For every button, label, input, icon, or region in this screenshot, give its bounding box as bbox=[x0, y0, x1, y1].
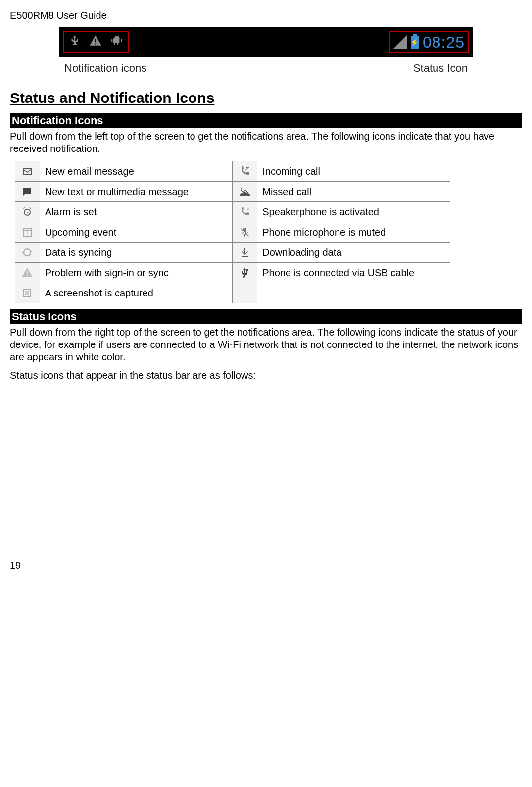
status-icons-note: Status icons that appear in the status b… bbox=[10, 369, 522, 382]
svg-text:1: 1 bbox=[26, 231, 29, 236]
page-header-title: E500RM8 User Guide bbox=[10, 10, 522, 21]
table-row: 1 Upcoming event Phone microphone is mut… bbox=[15, 222, 450, 243]
warning-icon bbox=[89, 34, 102, 50]
android-icon bbox=[110, 34, 124, 50]
mic-muted-icon bbox=[233, 222, 257, 243]
table-cell: Incoming call bbox=[257, 161, 450, 182]
usb-connected-icon bbox=[233, 263, 257, 283]
notification-icons-intro: Pull down from the left top of the scree… bbox=[10, 130, 522, 155]
speakerphone-icon bbox=[233, 202, 257, 222]
notification-icons-table: New email message Incoming call New text… bbox=[15, 161, 450, 303]
status-icons-intro: Pull down from the right top of the scre… bbox=[10, 326, 522, 363]
signal-icon bbox=[393, 35, 407, 49]
table-cell: Problem with sign-in or sync bbox=[40, 263, 233, 283]
clock-text: 08:25 bbox=[423, 33, 465, 51]
table-cell: Data is syncing bbox=[40, 243, 233, 263]
email-icon bbox=[15, 161, 40, 182]
event-icon: 1 bbox=[15, 222, 40, 243]
screenshot-icon bbox=[15, 283, 40, 303]
status-icons-heading: Status Icons bbox=[10, 309, 522, 324]
figure-captions: Notification icons Status Icon bbox=[59, 57, 473, 75]
table-row: Data is syncing Downloading data bbox=[15, 243, 450, 263]
empty-icon-cell bbox=[233, 283, 257, 303]
caption-status-icon: Status Icon bbox=[413, 62, 468, 75]
missed-call-icon bbox=[233, 182, 257, 202]
status-icons-group: ⚡ 08:25 bbox=[389, 31, 469, 53]
alarm-icon bbox=[15, 202, 40, 222]
battery-icon: ⚡ bbox=[411, 36, 419, 49]
table-row: Problem with sign-in or sync Phone is co… bbox=[15, 263, 450, 283]
table-cell: Speakerphone is activated bbox=[257, 202, 450, 222]
table-cell: Upcoming event bbox=[40, 222, 233, 243]
svg-rect-4 bbox=[25, 291, 29, 295]
sync-problem-icon bbox=[15, 263, 40, 283]
message-icon bbox=[15, 182, 40, 202]
table-cell: Alarm is set bbox=[40, 202, 233, 222]
table-cell: Phone is connected via USB cable bbox=[257, 263, 450, 283]
statusbar-mock: ⚡ 08:25 bbox=[59, 27, 473, 57]
usb-icon bbox=[68, 34, 81, 50]
caption-notification-icons: Notification icons bbox=[64, 62, 146, 75]
incoming-call-icon bbox=[233, 161, 257, 182]
table-row: A screenshot is captured bbox=[15, 283, 450, 303]
notification-icons-heading: Notification Icons bbox=[10, 113, 522, 128]
notification-icons-group bbox=[63, 31, 129, 53]
statusbar-figure: ⚡ 08:25 Notification icons Status Icon bbox=[10, 27, 522, 75]
table-cell: A screenshot is captured bbox=[40, 283, 233, 303]
sync-icon bbox=[15, 243, 40, 263]
table-cell: Downloading data bbox=[257, 243, 450, 263]
page-number: 19 bbox=[10, 560, 522, 571]
empty-cell bbox=[257, 283, 450, 303]
download-icon bbox=[233, 243, 257, 263]
table-cell: Phone microphone is muted bbox=[257, 222, 450, 243]
table-row: New text or multimedia message Missed ca… bbox=[15, 182, 450, 202]
table-row: New email message Incoming call bbox=[15, 161, 450, 182]
table-row: Alarm is set Speakerphone is activated bbox=[15, 202, 450, 222]
section-title: Status and Notification Icons bbox=[10, 90, 522, 106]
table-cell: Missed call bbox=[257, 182, 450, 202]
table-cell: New text or multimedia message bbox=[40, 182, 233, 202]
table-cell: New email message bbox=[40, 161, 233, 182]
